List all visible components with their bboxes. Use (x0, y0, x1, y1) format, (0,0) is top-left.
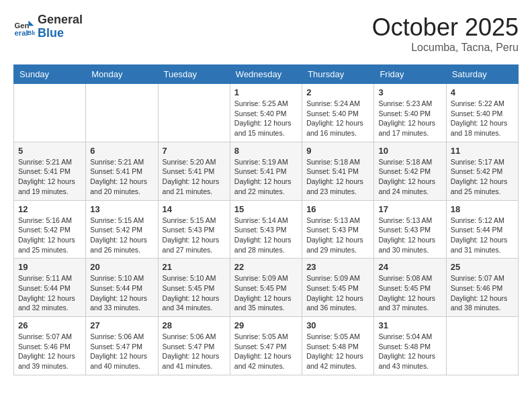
day-number: 24 (378, 262, 441, 272)
day-info: Sunrise: 5:21 AM Sunset: 5:41 PM Dayligh… (90, 157, 153, 197)
day-number: 13 (90, 204, 153, 214)
calendar-cell (86, 84, 158, 142)
logo: Gen eral Blue General Blue (13, 13, 83, 40)
calendar-cell: 3Sunrise: 5:23 AM Sunset: 5:40 PM Daylig… (374, 84, 446, 142)
day-number: 2 (306, 87, 369, 97)
calendar-cell: 8Sunrise: 5:19 AM Sunset: 5:41 PM Daylig… (230, 142, 302, 200)
day-number: 26 (18, 320, 81, 330)
day-number: 28 (163, 320, 226, 330)
calendar-cell: 13Sunrise: 5:15 AM Sunset: 5:42 PM Dayli… (86, 200, 158, 259)
day-info: Sunrise: 5:10 AM Sunset: 5:44 PM Dayligh… (90, 273, 153, 313)
calendar-cell: 22Sunrise: 5:09 AM Sunset: 5:45 PM Dayli… (230, 259, 302, 317)
day-info: Sunrise: 5:18 AM Sunset: 5:42 PM Dayligh… (378, 157, 441, 197)
logo-general-text: General (38, 13, 83, 27)
calendar-cell (158, 84, 230, 142)
day-number: 4 (451, 87, 514, 97)
day-number: 29 (234, 320, 298, 330)
calendar-header-row: SundayMondayTuesdayWednesdayThursdayFrid… (14, 65, 519, 84)
calendar-cell: 12Sunrise: 5:16 AM Sunset: 5:42 PM Dayli… (14, 200, 86, 259)
calendar-cell: 5Sunrise: 5:21 AM Sunset: 5:41 PM Daylig… (14, 142, 86, 200)
day-number: 15 (234, 204, 298, 214)
calendar-cell: 16Sunrise: 5:13 AM Sunset: 5:43 PM Dayli… (302, 200, 374, 259)
calendar-cell: 18Sunrise: 5:12 AM Sunset: 5:44 PM Dayli… (446, 200, 518, 259)
day-header-friday: Friday (374, 65, 446, 84)
calendar-cell: 23Sunrise: 5:09 AM Sunset: 5:45 PM Dayli… (302, 259, 374, 317)
day-info: Sunrise: 5:25 AM Sunset: 5:40 PM Dayligh… (234, 99, 298, 138)
day-info: Sunrise: 5:13 AM Sunset: 5:43 PM Dayligh… (306, 216, 369, 255)
day-info: Sunrise: 5:16 AM Sunset: 5:42 PM Dayligh… (18, 216, 81, 255)
day-number: 21 (163, 262, 226, 272)
day-info: Sunrise: 5:22 AM Sunset: 5:40 PM Dayligh… (451, 99, 514, 138)
calendar-cell (446, 317, 518, 375)
day-number: 6 (90, 146, 153, 156)
calendar-cell: 11Sunrise: 5:17 AM Sunset: 5:42 PM Dayli… (446, 142, 518, 200)
day-header-wednesday: Wednesday (230, 65, 302, 84)
day-info: Sunrise: 5:15 AM Sunset: 5:42 PM Dayligh… (90, 216, 153, 255)
calendar-cell: 29Sunrise: 5:05 AM Sunset: 5:47 PM Dayli… (230, 317, 302, 375)
day-number: 25 (451, 262, 514, 272)
calendar-cell: 19Sunrise: 5:11 AM Sunset: 5:44 PM Dayli… (14, 259, 86, 317)
day-info: Sunrise: 5:07 AM Sunset: 5:46 PM Dayligh… (451, 273, 514, 313)
calendar-cell: 27Sunrise: 5:06 AM Sunset: 5:47 PM Dayli… (86, 317, 158, 375)
day-info: Sunrise: 5:04 AM Sunset: 5:48 PM Dayligh… (378, 332, 441, 371)
svg-text:eral: eral (15, 29, 28, 37)
calendar-cell: 2Sunrise: 5:24 AM Sunset: 5:40 PM Daylig… (302, 84, 374, 142)
calendar-cell: 24Sunrise: 5:08 AM Sunset: 5:45 PM Dayli… (374, 259, 446, 317)
day-info: Sunrise: 5:12 AM Sunset: 5:44 PM Dayligh… (451, 216, 514, 255)
day-number: 3 (378, 87, 441, 97)
day-number: 31 (378, 320, 441, 330)
day-number: 18 (451, 204, 514, 214)
day-header-sunday: Sunday (14, 65, 86, 84)
day-info: Sunrise: 5:23 AM Sunset: 5:40 PM Dayligh… (378, 99, 441, 138)
calendar-week-1: 1Sunrise: 5:25 AM Sunset: 5:40 PM Daylig… (14, 84, 519, 142)
day-number: 12 (18, 204, 81, 214)
day-number: 23 (306, 262, 369, 272)
day-info: Sunrise: 5:21 AM Sunset: 5:41 PM Dayligh… (18, 157, 81, 197)
svg-text:Gen: Gen (15, 21, 30, 29)
day-header-thursday: Thursday (302, 65, 374, 84)
calendar-table: SundayMondayTuesdayWednesdayThursdayFrid… (13, 64, 519, 375)
calendar-cell: 17Sunrise: 5:13 AM Sunset: 5:43 PM Dayli… (374, 200, 446, 259)
day-info: Sunrise: 5:19 AM Sunset: 5:41 PM Dayligh… (234, 157, 298, 197)
calendar-cell: 10Sunrise: 5:18 AM Sunset: 5:42 PM Dayli… (374, 142, 446, 200)
day-info: Sunrise: 5:09 AM Sunset: 5:45 PM Dayligh… (234, 273, 298, 313)
calendar-cell: 20Sunrise: 5:10 AM Sunset: 5:44 PM Dayli… (86, 259, 158, 317)
calendar-cell: 25Sunrise: 5:07 AM Sunset: 5:46 PM Dayli… (446, 259, 518, 317)
day-info: Sunrise: 5:07 AM Sunset: 5:46 PM Dayligh… (18, 332, 81, 371)
day-number: 10 (378, 146, 441, 156)
month-title: October 2025 (372, 13, 519, 42)
day-info: Sunrise: 5:08 AM Sunset: 5:45 PM Dayligh… (378, 273, 441, 313)
location-text: Locumba, Tacna, Peru (372, 42, 519, 54)
day-number: 19 (18, 262, 81, 272)
calendar-week-2: 5Sunrise: 5:21 AM Sunset: 5:41 PM Daylig… (14, 142, 519, 200)
calendar-week-5: 26Sunrise: 5:07 AM Sunset: 5:46 PM Dayli… (14, 317, 519, 375)
day-info: Sunrise: 5:09 AM Sunset: 5:45 PM Dayligh… (306, 273, 369, 313)
day-number: 30 (306, 320, 369, 330)
calendar-cell: 31Sunrise: 5:04 AM Sunset: 5:48 PM Dayli… (374, 317, 446, 375)
calendar-cell: 28Sunrise: 5:06 AM Sunset: 5:47 PM Dayli… (158, 317, 230, 375)
svg-text:Blue: Blue (28, 30, 35, 36)
calendar-cell: 6Sunrise: 5:21 AM Sunset: 5:41 PM Daylig… (86, 142, 158, 200)
calendar-cell: 7Sunrise: 5:20 AM Sunset: 5:41 PM Daylig… (158, 142, 230, 200)
day-header-monday: Monday (86, 65, 158, 84)
day-number: 20 (90, 262, 153, 272)
calendar-cell: 15Sunrise: 5:14 AM Sunset: 5:43 PM Dayli… (230, 200, 302, 259)
calendar-cell: 9Sunrise: 5:18 AM Sunset: 5:41 PM Daylig… (302, 142, 374, 200)
calendar-week-3: 12Sunrise: 5:16 AM Sunset: 5:42 PM Dayli… (14, 200, 519, 259)
calendar-cell: 21Sunrise: 5:10 AM Sunset: 5:45 PM Dayli… (158, 259, 230, 317)
day-number: 17 (378, 204, 441, 214)
day-number: 5 (18, 146, 81, 156)
calendar-cell: 4Sunrise: 5:22 AM Sunset: 5:40 PM Daylig… (446, 84, 518, 142)
day-info: Sunrise: 5:05 AM Sunset: 5:47 PM Dayligh… (234, 332, 298, 371)
svg-marker-2 (28, 20, 34, 26)
day-number: 9 (306, 146, 369, 156)
day-header-tuesday: Tuesday (158, 65, 230, 84)
day-info: Sunrise: 5:06 AM Sunset: 5:47 PM Dayligh… (90, 332, 153, 371)
day-info: Sunrise: 5:17 AM Sunset: 5:42 PM Dayligh… (451, 157, 514, 197)
calendar-cell (14, 84, 86, 142)
day-number: 14 (163, 204, 226, 214)
day-info: Sunrise: 5:11 AM Sunset: 5:44 PM Dayligh… (18, 273, 81, 313)
day-info: Sunrise: 5:06 AM Sunset: 5:47 PM Dayligh… (163, 332, 226, 371)
page-header: Gen eral Blue General Blue October 2025 … (13, 13, 519, 54)
day-info: Sunrise: 5:05 AM Sunset: 5:48 PM Dayligh… (306, 332, 369, 371)
